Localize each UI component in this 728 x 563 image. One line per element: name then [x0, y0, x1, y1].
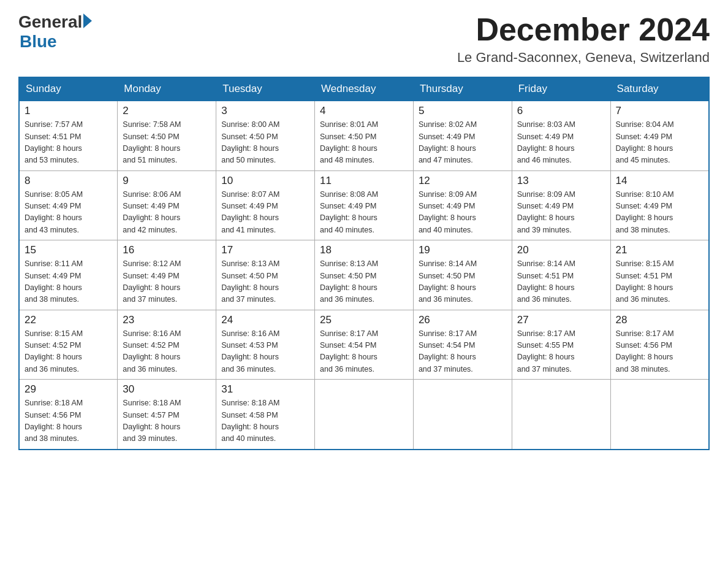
table-row: 24 Sunrise: 8:16 AMSunset: 4:53 PMDaylig… — [216, 310, 315, 380]
table-row: 26 Sunrise: 8:17 AMSunset: 4:54 PMDaylig… — [413, 310, 512, 380]
day-info: Sunrise: 7:58 AMSunset: 4:50 PMDaylight:… — [123, 120, 181, 164]
day-number: 8 — [25, 175, 112, 187]
table-row: 3 Sunrise: 8:00 AMSunset: 4:50 PMDayligh… — [216, 101, 315, 170]
day-number: 21 — [616, 244, 703, 256]
table-row: 2 Sunrise: 7:58 AMSunset: 4:50 PMDayligh… — [118, 101, 216, 170]
day-number: 11 — [320, 175, 408, 187]
day-number: 13 — [517, 175, 605, 187]
day-info: Sunrise: 8:04 AMSunset: 4:49 PMDaylight:… — [616, 120, 674, 164]
table-row: 8 Sunrise: 8:05 AMSunset: 4:49 PMDayligh… — [19, 170, 118, 240]
col-sunday: Sunday — [19, 77, 118, 101]
table-row: 22 Sunrise: 8:15 AMSunset: 4:52 PMDaylig… — [19, 310, 118, 380]
day-info: Sunrise: 8:17 AMSunset: 4:54 PMDaylight:… — [320, 329, 378, 373]
col-saturday: Saturday — [610, 77, 709, 101]
day-info: Sunrise: 8:16 AMSunset: 4:53 PMDaylight:… — [221, 329, 279, 373]
col-tuesday: Tuesday — [216, 77, 315, 101]
table-row: 19 Sunrise: 8:14 AMSunset: 4:50 PMDaylig… — [413, 240, 512, 310]
calendar-week-row: 15 Sunrise: 8:11 AMSunset: 4:49 PMDaylig… — [19, 240, 709, 310]
day-info: Sunrise: 8:01 AMSunset: 4:50 PMDaylight:… — [320, 120, 378, 164]
table-row: 27 Sunrise: 8:17 AMSunset: 4:55 PMDaylig… — [512, 310, 610, 380]
table-row: 14 Sunrise: 8:10 AMSunset: 4:49 PMDaylig… — [610, 170, 709, 240]
day-number: 6 — [517, 105, 605, 117]
day-info: Sunrise: 8:16 AMSunset: 4:52 PMDaylight:… — [123, 329, 181, 373]
logo: General Blue — [18, 12, 92, 52]
day-info: Sunrise: 8:14 AMSunset: 4:50 PMDaylight:… — [419, 259, 477, 304]
page-header: General Blue December 2024 Le Grand-Saco… — [18, 12, 710, 66]
day-number: 12 — [419, 175, 507, 187]
table-row: 16 Sunrise: 8:12 AMSunset: 4:49 PMDaylig… — [118, 240, 216, 310]
col-wednesday: Wednesday — [315, 77, 414, 101]
day-number: 16 — [123, 244, 211, 256]
table-row: 13 Sunrise: 8:09 AMSunset: 4:49 PMDaylig… — [512, 170, 610, 240]
day-number: 17 — [221, 244, 309, 256]
day-number: 22 — [25, 314, 112, 326]
table-row — [512, 380, 610, 450]
day-number: 5 — [419, 105, 507, 117]
day-info: Sunrise: 8:17 AMSunset: 4:55 PMDaylight:… — [517, 329, 575, 373]
table-row: 4 Sunrise: 8:01 AMSunset: 4:50 PMDayligh… — [315, 101, 414, 170]
table-row: 31 Sunrise: 8:18 AMSunset: 4:58 PMDaylig… — [216, 380, 315, 450]
logo-blue-text: Blue — [20, 32, 92, 52]
day-number: 9 — [123, 175, 211, 187]
day-number: 27 — [517, 314, 605, 326]
title-block: December 2024 Le Grand-Saconnex, Geneva,… — [457, 12, 710, 66]
day-number: 10 — [221, 175, 309, 187]
day-number: 1 — [25, 105, 112, 117]
day-info: Sunrise: 8:10 AMSunset: 4:49 PMDaylight:… — [616, 190, 674, 234]
day-number: 2 — [123, 105, 211, 117]
day-info: Sunrise: 8:12 AMSunset: 4:49 PMDaylight:… — [123, 259, 181, 304]
table-row: 23 Sunrise: 8:16 AMSunset: 4:52 PMDaylig… — [118, 310, 216, 380]
table-row: 9 Sunrise: 8:06 AMSunset: 4:49 PMDayligh… — [118, 170, 216, 240]
day-number: 20 — [517, 244, 605, 256]
day-info: Sunrise: 8:08 AMSunset: 4:49 PMDaylight:… — [320, 190, 378, 234]
table-row: 7 Sunrise: 8:04 AMSunset: 4:49 PMDayligh… — [610, 101, 709, 170]
table-row: 12 Sunrise: 8:09 AMSunset: 4:49 PMDaylig… — [413, 170, 512, 240]
day-info: Sunrise: 8:00 AMSunset: 4:50 PMDaylight:… — [221, 120, 279, 164]
table-row: 29 Sunrise: 8:18 AMSunset: 4:56 PMDaylig… — [19, 380, 118, 450]
calendar-header-row: Sunday Monday Tuesday Wednesday Thursday… — [19, 77, 709, 101]
table-row: 18 Sunrise: 8:13 AMSunset: 4:50 PMDaylig… — [315, 240, 414, 310]
day-info: Sunrise: 8:05 AMSunset: 4:49 PMDaylight:… — [25, 190, 83, 234]
calendar-week-row: 8 Sunrise: 8:05 AMSunset: 4:49 PMDayligh… — [19, 170, 709, 240]
day-number: 29 — [25, 383, 112, 396]
day-info: Sunrise: 8:11 AMSunset: 4:49 PMDaylight:… — [25, 259, 83, 304]
table-row: 6 Sunrise: 8:03 AMSunset: 4:49 PMDayligh… — [512, 101, 610, 170]
logo-general-text: General — [18, 12, 82, 32]
table-row: 30 Sunrise: 8:18 AMSunset: 4:57 PMDaylig… — [118, 380, 216, 450]
day-info: Sunrise: 8:17 AMSunset: 4:54 PMDaylight:… — [419, 329, 477, 373]
day-info: Sunrise: 8:15 AMSunset: 4:52 PMDaylight:… — [25, 329, 83, 373]
day-info: Sunrise: 8:14 AMSunset: 4:51 PMDaylight:… — [517, 259, 575, 304]
day-info: Sunrise: 8:03 AMSunset: 4:49 PMDaylight:… — [517, 120, 575, 164]
table-row: 5 Sunrise: 8:02 AMSunset: 4:49 PMDayligh… — [413, 101, 512, 170]
month-title: December 2024 — [457, 12, 710, 47]
table-row: 20 Sunrise: 8:14 AMSunset: 4:51 PMDaylig… — [512, 240, 610, 310]
day-number: 7 — [616, 105, 703, 117]
day-info: Sunrise: 8:06 AMSunset: 4:49 PMDaylight:… — [123, 190, 181, 234]
day-number: 18 — [320, 244, 408, 256]
logo-arrow-icon — [83, 13, 92, 28]
col-thursday: Thursday — [413, 77, 512, 101]
day-info: Sunrise: 8:13 AMSunset: 4:50 PMDaylight:… — [221, 259, 279, 304]
day-info: Sunrise: 8:07 AMSunset: 4:49 PMDaylight:… — [221, 190, 279, 234]
table-row: 11 Sunrise: 8:08 AMSunset: 4:49 PMDaylig… — [315, 170, 414, 240]
day-info: Sunrise: 8:13 AMSunset: 4:50 PMDaylight:… — [320, 259, 378, 304]
table-row: 17 Sunrise: 8:13 AMSunset: 4:50 PMDaylig… — [216, 240, 315, 310]
table-row: 21 Sunrise: 8:15 AMSunset: 4:51 PMDaylig… — [610, 240, 709, 310]
day-info: Sunrise: 8:09 AMSunset: 4:49 PMDaylight:… — [517, 190, 575, 234]
table-row: 1 Sunrise: 7:57 AMSunset: 4:51 PMDayligh… — [19, 101, 118, 170]
calendar-table: Sunday Monday Tuesday Wednesday Thursday… — [18, 77, 710, 450]
day-info: Sunrise: 7:57 AMSunset: 4:51 PMDaylight:… — [25, 120, 83, 164]
day-info: Sunrise: 8:02 AMSunset: 4:49 PMDaylight:… — [419, 120, 477, 164]
table-row: 28 Sunrise: 8:17 AMSunset: 4:56 PMDaylig… — [610, 310, 709, 380]
day-info: Sunrise: 8:15 AMSunset: 4:51 PMDaylight:… — [616, 259, 674, 304]
day-info: Sunrise: 8:18 AMSunset: 4:57 PMDaylight:… — [123, 399, 181, 443]
day-info: Sunrise: 8:18 AMSunset: 4:56 PMDaylight:… — [25, 399, 83, 443]
day-info: Sunrise: 8:18 AMSunset: 4:58 PMDaylight:… — [221, 399, 279, 443]
table-row — [610, 380, 709, 450]
calendar-week-row: 29 Sunrise: 8:18 AMSunset: 4:56 PMDaylig… — [19, 380, 709, 450]
day-number: 31 — [221, 383, 309, 396]
day-number: 28 — [616, 314, 703, 326]
day-info: Sunrise: 8:17 AMSunset: 4:56 PMDaylight:… — [616, 329, 674, 373]
table-row: 25 Sunrise: 8:17 AMSunset: 4:54 PMDaylig… — [315, 310, 414, 380]
day-number: 19 — [419, 244, 507, 256]
